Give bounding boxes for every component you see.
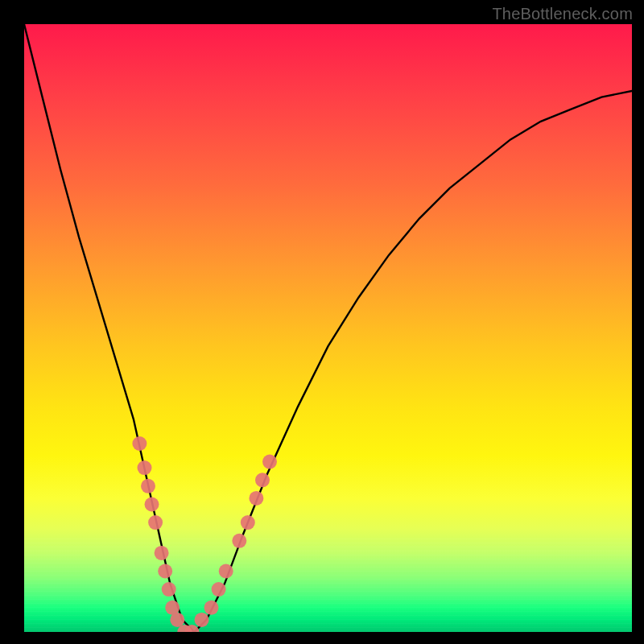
distribution-dot: [170, 613, 184, 627]
distribution-dot: [138, 460, 152, 475]
distribution-dot: [241, 515, 255, 530]
distribution-dot: [148, 515, 163, 530]
distribution-dot: [249, 491, 263, 506]
distribution-dot: [162, 582, 176, 597]
distribution-dot: [155, 546, 169, 560]
distribution-dot: [262, 455, 277, 469]
distribution-dot: [204, 601, 219, 615]
distribution-dot: [141, 479, 155, 493]
bottleneck-curve: [24, 24, 632, 632]
distribution-dot: [212, 582, 226, 597]
user-distribution-dots: [132, 436, 277, 632]
chart-frame: TheBottleneck.com: [0, 0, 644, 644]
distribution-dot: [195, 613, 209, 627]
chart-svg-layer: [24, 24, 632, 632]
distribution-dot: [158, 564, 172, 579]
distribution-dot: [132, 436, 147, 451]
watermark-text: TheBottleneck.com: [492, 5, 633, 23]
distribution-dot: [255, 473, 270, 487]
distribution-dot: [145, 497, 159, 512]
plot-area: [24, 24, 632, 632]
distribution-dot: [219, 564, 233, 579]
distribution-dot: [232, 534, 246, 548]
